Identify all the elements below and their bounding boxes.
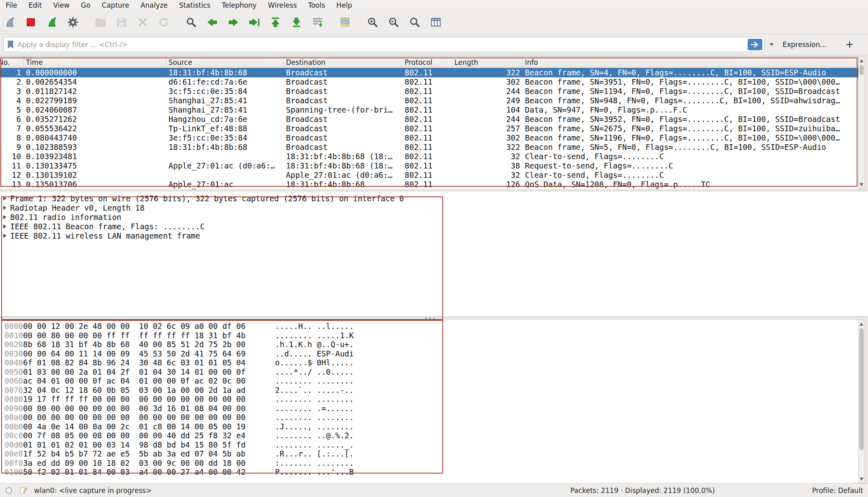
go-back-icon[interactable]	[203, 13, 221, 31]
hex-row[interactable]: 00e01f 52 b4 b5 b7 72 ae e5 5b ab 3a ed …	[0, 449, 858, 459]
hex-row[interactable]: 010050 f2 02 01 01 84 00 03 a4 00 00 27 …	[0, 467, 858, 477]
expression-button[interactable]: Expression...	[783, 41, 827, 49]
restart-capture-icon[interactable]	[43, 13, 61, 31]
hex-scrollbar[interactable]	[858, 320, 865, 483]
packet-row[interactable]: 120.130139102Apple_27:01:ac (d0:a6:…802.…	[0, 171, 858, 180]
menu-telephony[interactable]: Telephony	[216, 0, 262, 11]
capture-file-properties-icon[interactable]	[5, 486, 13, 495]
auto-scroll-icon[interactable]	[309, 13, 326, 31]
packet-row[interactable]: 60.035271262Hangzhou_cd:7a:6eBroadcast80…	[0, 115, 858, 124]
resize-columns-icon[interactable]	[427, 13, 445, 31]
hex-row[interactable]: 00f03a ed dd 09 00 10 18 02 03 00 9c 00 …	[0, 459, 858, 468]
column-header-time[interactable]: Time	[23, 57, 166, 68]
profile-button[interactable]: Profile: Default	[812, 486, 863, 495]
scroll-down-icon[interactable]	[859, 183, 864, 186]
cell-no: 3	[0, 87, 23, 96]
detail-line[interactable]: 802.11 radio information	[0, 212, 868, 222]
packet-row[interactable]: 30.0118271423c:f5:cc:0e:35:84Broadcast80…	[0, 87, 858, 96]
scroll-up-icon[interactable]	[859, 59, 864, 62]
go-last-packet-icon[interactable]	[288, 13, 305, 31]
scrollbar-thumb[interactable]	[859, 65, 864, 75]
packet-row[interactable]: 90.10238859318:31:bf:4b:8b:68Broadcast80…	[0, 143, 858, 152]
pane-splitter[interactable]	[0, 317, 868, 320]
menu-wireless[interactable]: Wireless	[262, 0, 303, 11]
packet-row[interactable]: 20.002654354d6:61:fe:cd:7a:6eBroadcast80…	[0, 77, 858, 87]
packet-list-scrollbar[interactable]	[858, 57, 865, 189]
detail-line[interactable]: IEEE 802.11 Beacon frame, Flags: .......…	[0, 222, 868, 231]
zoom-reset-icon[interactable]	[406, 13, 424, 31]
detail-line[interactable]: IEEE 802.11 wireless LAN management fram…	[0, 231, 868, 240]
zoom-in-icon[interactable]	[364, 13, 382, 31]
menu-analyze[interactable]: Analyze	[135, 0, 173, 11]
menu-capture[interactable]: Capture	[96, 0, 135, 11]
packet-row[interactable]: 40.022799189Shanghai_27:85:41Broadcast80…	[0, 96, 858, 105]
display-filter-input[interactable]: Apply a display filter ... <Ctrl-/>	[3, 37, 765, 52]
expander-arrow-icon[interactable]	[3, 224, 6, 228]
packet-row[interactable]: 70.055536422Tp-LinkT_ef:48:88Broadcast80…	[0, 124, 858, 133]
hex-row[interactable]: 00a000 00 00 00 00 00 00 00 00 00 00 00 …	[0, 413, 858, 422]
add-filter-button[interactable]: +	[843, 39, 857, 50]
cell-no: 13	[0, 180, 23, 189]
hex-bytes: 6f 01 08 82 84 8b 96 24 30 48 6c 03 01 0…	[23, 358, 245, 367]
go-first-packet-icon[interactable]	[267, 13, 284, 31]
column-header-source[interactable]: Source	[166, 57, 284, 68]
hex-row[interactable]: 00406f 01 08 82 84 8b 96 24 30 48 6c 03 …	[0, 358, 858, 367]
hex-row[interactable]: 001000 00 80 00 00 00 ff ff ff ff ff ff …	[0, 331, 858, 340]
hex-row[interactable]: 00b000 4a 0e 14 00 0a 00 2c 01 c8 00 14 …	[0, 422, 858, 431]
hex-ascii: ........ .....1.K	[275, 331, 354, 340]
packet-row[interactable]: 130.135013706Apple_27:01:ac18:31:bf:4b:8…	[0, 180, 858, 189]
scroll-up-icon[interactable]	[859, 322, 864, 326]
packet-row[interactable]: 110.130133475Apple_27:01:ac (d0:a6:…18:3…	[0, 161, 858, 171]
hex-row[interactable]: 00208b 68 18 31 bf 4b 8b 68 40 00 85 51 …	[0, 340, 858, 349]
expander-arrow-icon[interactable]	[3, 215, 6, 219]
scroll-down-icon[interactable]	[859, 478, 864, 481]
hex-row[interactable]: 008019 17 ff ff ff 00 00 00 00 00 00 00 …	[0, 395, 858, 404]
column-header-destination[interactable]: Destination	[284, 57, 402, 68]
column-header-length[interactable]: Length	[452, 57, 523, 68]
detail-line[interactable]: Radiotap Header v0, Length 18	[0, 203, 868, 212]
hex-row[interactable]: 000000 00 12 00 2e 48 00 00 10 02 6c 09 …	[0, 322, 858, 331]
menu-file[interactable]: File	[0, 0, 23, 11]
capture-options-icon[interactable]	[64, 13, 82, 31]
menu-go[interactable]: Go	[75, 0, 96, 11]
expander-arrow-icon[interactable]	[3, 206, 6, 210]
packet-row[interactable]: 50.024060087Shanghai_27:85:41Spanning-tr…	[0, 105, 858, 115]
capture-comment-icon[interactable]	[19, 486, 28, 495]
cell-info: Beacon frame, SN=2675, FN=0, Flags=.....…	[523, 124, 858, 133]
hex-row[interactable]: 007032 04 0c 12 18 60 0b 05 03 00 1a 00 …	[0, 386, 858, 395]
go-to-packet-icon[interactable]	[245, 13, 263, 31]
hex-row[interactable]: 0060ac 04 01 00 00 0f ac 04 01 00 00 0f …	[0, 376, 858, 386]
packet-row[interactable]: 100.10392348118:31:bf:4b:8b:68 (18:…802.…	[0, 152, 858, 161]
hex-row[interactable]: 003000 00 64 00 11 14 00 09 45 53 50 2d …	[0, 349, 858, 358]
scrollbar-thumb[interactable]	[859, 328, 864, 450]
filter-bookmark-icon[interactable]	[7, 40, 14, 49]
find-packet-icon[interactable]	[182, 13, 200, 31]
hex-row[interactable]: 005001 03 00 00 2a 01 04 2f 01 04 30 14 …	[0, 367, 858, 377]
hex-row[interactable]: 009000 00 00 00 00 00 00 00 00 3d 16 01 …	[0, 404, 858, 413]
detail-line[interactable]: Frame 1: 322 bytes on wire (2576 bits), …	[0, 194, 868, 203]
menu-view[interactable]: View	[47, 0, 75, 11]
expander-arrow-icon[interactable]	[3, 234, 6, 238]
colorize-icon[interactable]	[336, 13, 354, 31]
expander-arrow-icon[interactable]	[3, 196, 6, 201]
stop-capture-icon[interactable]	[22, 13, 40, 31]
menu-statistics[interactable]: Statistics	[173, 0, 216, 11]
column-header-no[interactable]: No.	[0, 57, 23, 68]
cell-protocol: 802.11	[402, 115, 452, 124]
filter-dropdown-caret[interactable]	[766, 37, 777, 52]
apply-filter-button[interactable]	[748, 39, 762, 50]
start-capture-icon[interactable]	[1, 13, 19, 31]
splitter-grip-icon[interactable]	[425, 318, 435, 319]
column-header-info[interactable]: Info	[523, 57, 858, 68]
zoom-out-icon[interactable]	[385, 13, 403, 31]
menu-tools[interactable]: Tools	[303, 0, 331, 11]
column-header-protocol[interactable]: Protocol	[402, 57, 452, 68]
menu-help[interactable]: Help	[331, 0, 358, 11]
cell-time: 0.135013706	[23, 180, 166, 189]
go-forward-icon[interactable]	[224, 13, 242, 31]
packet-row[interactable]: 80.0804437403e:f5:cc:0e:35:84Broadcast80…	[0, 133, 858, 143]
menu-edit[interactable]: Edit	[23, 0, 47, 11]
hex-row[interactable]: 00d001 01 01 02 01 00 03 14 98 d8 bd b4 …	[0, 440, 858, 450]
hex-row[interactable]: 00c000 7f 08 05 00 08 00 00 00 00 40 dd …	[0, 431, 858, 440]
packet-row[interactable]: 10.00000000018:31:bf:4b:8b:68Broadcast80…	[0, 68, 858, 77]
